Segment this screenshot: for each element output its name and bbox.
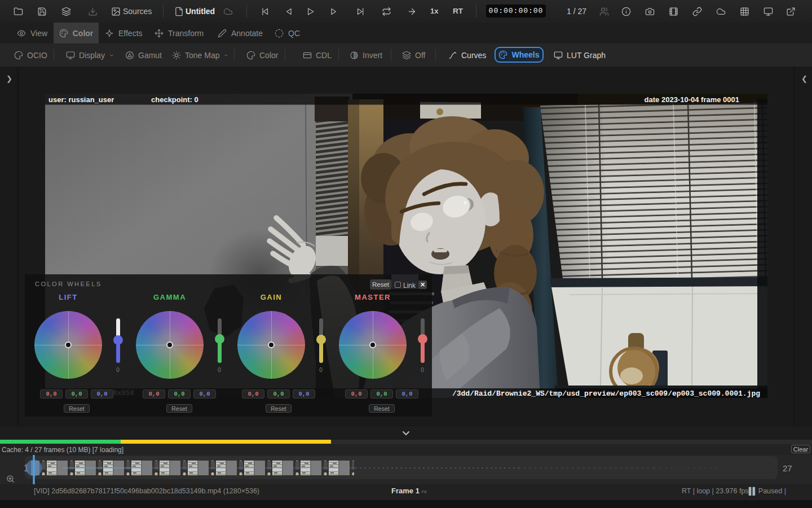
svg-text:date 2023-10-04 frame 0001: date 2023-10-04 frame 0001 <box>645 95 739 104</box>
svg-text:user: russian_user: user: russian_user <box>48 95 114 104</box>
svg-text:checkpoint: 0: checkpoint: 0 <box>151 95 198 104</box>
svg-text:/3dd/Raid/Brownie2_WS/tmp/usd_: /3dd/Raid/Brownie2_WS/tmp/usd_preview/ep… <box>452 389 760 398</box>
